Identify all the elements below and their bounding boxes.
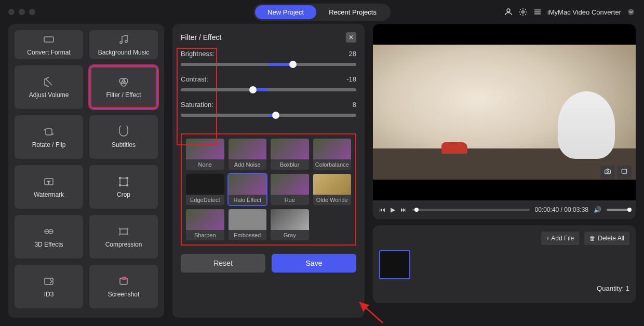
contrast-thumb[interactable] [249,86,257,93]
id3-icon [41,275,57,288]
saturation-row: Saturation: 8 [181,101,356,117]
filter-thumb [186,174,224,195]
tool-rotate-flip[interactable]: Rotate / Flip [15,115,83,159]
filter-tile-olde-worlde[interactable]: Olde Worlde [313,174,352,205]
filter-label: Olde Worlde [313,195,352,205]
next-frame-button[interactable]: ⏭ [400,206,407,213]
tab-new-project[interactable]: New Project [255,5,316,19]
svg-point-16 [119,178,121,179]
filter-label: Embossed [229,230,267,240]
screenshot-icon [115,275,132,288]
svg-rect-22 [120,229,127,234]
filter-thumb [271,139,309,159]
filter-tile-gray[interactable]: Gray [271,209,309,240]
reset-button[interactable]: Reset [181,254,265,273]
tool-panel: Convert Format Background Music Adjust V… [8,24,164,318]
top-right: iMyMac Video Converter [504,7,636,17]
tool-watermark[interactable]: T Watermark [15,165,83,209]
file-panel: + Add File 🗑Delete All Quantity: 1 [373,225,636,303]
fullscreen-icon[interactable] [617,166,632,179]
saturation-slider[interactable] [181,114,356,117]
filter-label: Halo Effect [229,195,267,205]
filter-effect-icon [115,76,132,88]
subtitles-icon [115,126,132,138]
contrast-slider[interactable] [181,88,356,91]
save-button[interactable]: Save [272,254,356,273]
filter-thumb [271,174,309,195]
brightness-row: Brightness: 28 [181,50,356,66]
maximize-window-icon[interactable] [29,9,35,15]
filter-panel-title: Filter / Effect [181,33,221,42]
filter-thumb [186,139,224,159]
filter-tile-boxblur[interactable]: Boxblur [271,139,309,170]
volume-icon[interactable]: 🔊 [594,206,601,213]
watermark-icon: T [41,175,57,188]
filter-label: None [186,159,224,170]
tool-label: Watermark [34,191,64,198]
play-button[interactable]: ▶ [391,206,395,213]
filter-label: Colorbalance [313,159,352,170]
brightness-thumb[interactable] [289,61,297,68]
tool-label: Filter / Effect [106,91,141,99]
window-controls [8,9,35,15]
filter-tile-hue[interactable]: Hue [271,174,309,205]
filter-label: Sharpen [186,230,224,240]
svg-point-27 [607,171,609,173]
filter-thumb [313,174,352,195]
video-preview[interactable] [373,24,636,200]
delete-all-button[interactable]: 🗑Delete All [584,232,629,245]
tool-label: Screenshot [108,291,140,298]
menu-icon[interactable] [533,7,542,17]
tool-subtitles[interactable]: Subtitles [89,115,158,159]
tool-adjust-volume[interactable]: Adjust Volume [15,65,83,109]
settings-icon[interactable] [518,7,528,17]
saturation-thumb[interactable] [272,112,279,119]
top-tabs: New Project Recent Projects [253,4,391,21]
account-icon[interactable] [504,7,513,17]
volume-slider[interactable] [607,209,629,211]
filter-tile-edgedetect[interactable]: EdgeDetect [186,174,224,205]
filter-effect-panel: Filter / Effect ✕ Brightness: 28 Contras… [172,24,365,318]
tool-background-music[interactable]: Background Music [89,30,158,59]
filter-tile-add-noise[interactable]: Add Noise [229,139,267,170]
filter-label: EdgeDetect [186,195,224,205]
svg-rect-26 [605,170,611,174]
filter-tile-none[interactable]: None [186,139,224,170]
tool-label: Rotate / Flip [32,141,66,148]
clip-thumbnail[interactable] [379,250,410,279]
topbar: New Project Recent Projects iMyMac Video… [0,0,644,24]
filter-label: Gray [271,230,309,240]
tool-3d-effects[interactable]: 3D Effects [15,215,83,259]
filter-tile-colorbalance[interactable]: Colorbalance [313,139,352,170]
tool-convert-format[interactable]: Convert Format [15,30,83,59]
volume-thumb[interactable] [627,208,632,212]
minimize-window-icon[interactable] [19,9,25,15]
add-file-button[interactable]: + Add File [541,232,580,245]
tool-crop[interactable]: Crop [89,165,158,209]
svg-rect-25 [122,277,126,280]
brightness-value: 28 [349,50,356,58]
contrast-row: Contrast: -18 [181,75,356,91]
tool-compression[interactable]: Compression [89,215,158,259]
brightness-slider[interactable] [181,63,356,66]
rotate-icon [41,126,57,138]
svg-point-18 [119,185,121,186]
progress-thumb[interactable] [414,208,419,212]
tool-screenshot[interactable]: Screenshot [89,265,158,308]
svg-point-7 [120,42,122,44]
close-panel-button[interactable]: ✕ [346,32,356,43]
saturation-value: 8 [353,101,356,108]
progress-bar[interactable] [412,209,530,211]
filter-tile-embossed[interactable]: Embossed [229,209,267,240]
dropdown-icon[interactable] [626,7,636,17]
tool-label: 3D Effects [34,241,63,248]
filter-tile-sharpen[interactable]: Sharpen [186,209,224,240]
tool-id3[interactable]: ID3 [15,265,83,308]
prev-frame-button[interactable]: ⏮ [379,206,385,213]
filter-tile-halo-effect[interactable]: Halo Effect [229,174,267,205]
tool-filter-effect[interactable]: Filter / Effect [89,65,158,109]
close-window-icon[interactable] [8,9,15,15]
tab-recent-projects[interactable]: Recent Projects [316,5,389,19]
preview-object-cat [558,91,615,159]
snapshot-icon[interactable] [600,166,615,179]
